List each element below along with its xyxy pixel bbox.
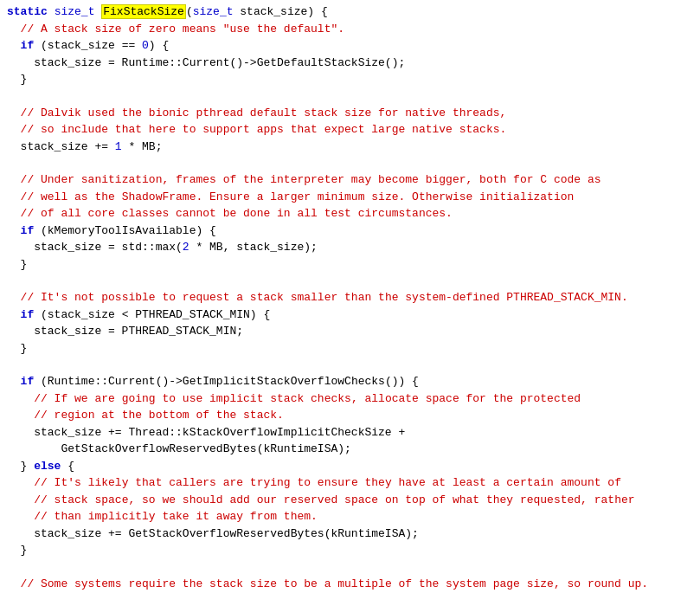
code-line: if (stack_size == 0) { xyxy=(0,37,700,55)
comment: // It's likely that callers are trying t… xyxy=(34,476,621,489)
keyword-if: if xyxy=(21,224,35,237)
comment: // If we are going to use implicit stack… xyxy=(34,392,581,405)
code-line: // stack space, so we should add our res… xyxy=(0,492,700,509)
code-line: stack_size += Thread::kStackOverflowImpl… xyxy=(0,424,700,442)
keyword-if: if xyxy=(21,375,35,388)
number: 0 xyxy=(142,39,149,52)
comment: // of all core classes cannot be done in… xyxy=(21,207,453,220)
code-line xyxy=(0,559,700,576)
comment: // so include that here to support apps … xyxy=(21,123,507,136)
code-line: // region at the bottom of the stack. xyxy=(0,407,700,424)
comment: // Dalvik used the bionic pthread defaul… xyxy=(21,106,507,119)
code-line: } xyxy=(0,340,700,358)
code-line: } else { xyxy=(0,458,700,475)
comment: // region at the bottom of the stack. xyxy=(34,409,284,422)
code-line: // than implicitly take it away from the… xyxy=(0,508,700,525)
type-size_t: size_t xyxy=(55,5,95,18)
func-name-highlight: FixStackSize xyxy=(101,4,186,19)
code-line xyxy=(0,88,700,105)
comment: // Some systems require the stack size t… xyxy=(21,577,649,590)
keyword-else: else xyxy=(34,460,61,473)
code-container: static size_t FixStackSize(size_t stack_… xyxy=(0,0,700,593)
code-line: } xyxy=(0,542,700,559)
number: 2 xyxy=(183,241,189,254)
code-line: // of all core classes cannot be done in… xyxy=(0,205,700,222)
code-line: } xyxy=(0,256,700,274)
code-line: // Under sanitization, frames of the int… xyxy=(0,171,700,189)
comment: // Under sanitization, frames of the int… xyxy=(21,173,601,186)
keyword-if: if xyxy=(21,308,35,321)
code-line: // Some systems require the stack size t… xyxy=(0,576,700,593)
keyword-if: if xyxy=(21,39,35,52)
comment: // It's not possible to request a stack … xyxy=(21,291,628,304)
code-line: // so include that here to support apps … xyxy=(0,121,700,139)
code-line: // It's likely that callers are trying t… xyxy=(0,474,700,492)
number: 1 xyxy=(115,140,122,153)
comment: // than implicitly take it away from the… xyxy=(34,510,318,523)
code-line: static size_t FixStackSize(size_t stack_… xyxy=(0,3,700,21)
param-type: size_t xyxy=(193,5,234,18)
code-line: // It's not possible to request a stack … xyxy=(0,289,700,306)
code-line: // well as the ShadowFrame. Ensure a lar… xyxy=(0,189,700,206)
code-line: // If we are going to use implicit stack… xyxy=(0,390,700,408)
comment: // stack space, so we should add our res… xyxy=(34,493,634,506)
code-line: GetStackOverflowReservedBytes(kRuntimeIS… xyxy=(0,441,700,458)
code-line: stack_size = Runtime::Current()->GetDefa… xyxy=(0,55,700,72)
comment: // well as the ShadowFrame. Ensure a lar… xyxy=(21,190,575,203)
code-line: if (kMemoryToolIsAvailable) { xyxy=(0,222,700,240)
code-line: // Dalvik used the bionic pthread defaul… xyxy=(0,105,700,122)
code-line: // A stack size of zero means "use the d… xyxy=(0,21,700,38)
code-line xyxy=(0,273,700,289)
code-line: stack_size = std::max(2 * MB, stack_size… xyxy=(0,239,700,256)
keyword-static: static xyxy=(7,5,48,18)
code-line xyxy=(0,357,700,373)
code-line: stack_size += GetStackOverflowReservedBy… xyxy=(0,525,700,543)
code-line: if (Runtime::Current()->GetImplicitStack… xyxy=(0,373,700,390)
comment: // A stack size of zero means "use the d… xyxy=(21,23,344,35)
code-line xyxy=(0,155,700,171)
code-line: stack_size = PTHREAD_STACK_MIN; xyxy=(0,323,700,340)
code-line: if (stack_size < PTHREAD_STACK_MIN) { xyxy=(0,306,700,324)
code-line: stack_size += 1 * MB; xyxy=(0,139,700,156)
code-line: } xyxy=(0,71,700,88)
